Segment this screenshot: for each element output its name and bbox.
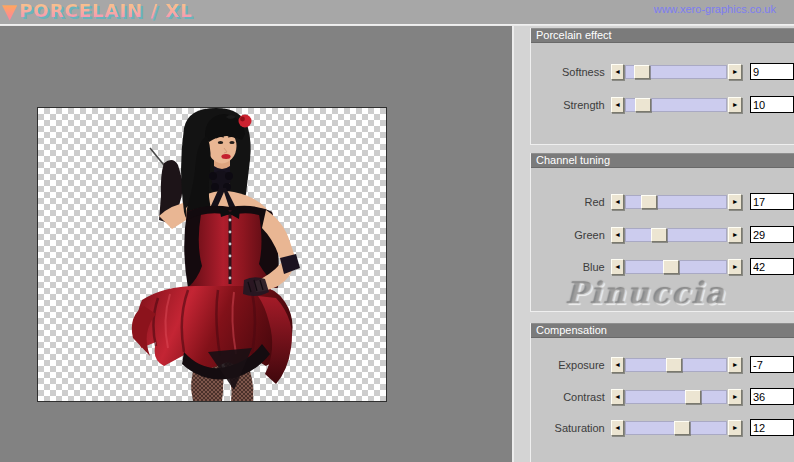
app-title-text: PORCELAIN / XL (19, 0, 192, 21)
green-increment-button[interactable]: ► (728, 227, 742, 243)
blue-slider-thumb[interactable] (663, 260, 679, 274)
exposure-label: Exposure (531, 359, 605, 371)
right-arrow-icon: ► (732, 393, 739, 400)
green-label: Green (531, 229, 605, 241)
slider-row-green: Green ◄ ► (531, 226, 794, 243)
controls-panel: Porcelain effect Softness ◄ ► Strength ◄… (512, 25, 794, 462)
softness-slider-thumb[interactable] (634, 65, 650, 79)
slider-row-softness: Softness ◄ ► (531, 63, 794, 80)
green-decrement-button[interactable]: ◄ (611, 227, 625, 243)
logo-triangle-icon: ▼ (2, 0, 17, 22)
section-compensation-header: Compensation (531, 323, 794, 338)
exposure-slider-track[interactable] (625, 358, 727, 372)
red-increment-button[interactable]: ► (728, 194, 742, 210)
strength-label: Strength (531, 99, 605, 111)
red-slider-thumb[interactable] (641, 195, 657, 209)
left-arrow-icon: ◄ (614, 101, 621, 108)
red-slider-track[interactable] (625, 195, 727, 209)
slider-row-saturation: Saturation ◄ ► (531, 419, 794, 436)
section-channel-tuning: Channel tuning Red ◄ ► Green ◄ ► Blue (530, 153, 794, 312)
blue-value-input[interactable] (750, 258, 794, 275)
preview-image (37, 107, 387, 402)
softness-label: Softness (531, 66, 605, 78)
saturation-label: Saturation (531, 422, 605, 434)
pinup-figure (38, 108, 386, 401)
slider-row-contrast: Contrast ◄ ► (531, 388, 794, 405)
strength-decrement-button[interactable]: ◄ (611, 97, 625, 113)
saturation-value-input[interactable] (750, 419, 794, 436)
left-arrow-icon: ◄ (614, 263, 621, 270)
section-channel-tuning-header: Channel tuning (531, 153, 794, 168)
right-arrow-icon: ► (732, 361, 739, 368)
app-logo: ▼ PORCELAIN / XLPORCELAIN / XL (2, 0, 193, 22)
saturation-decrement-button[interactable]: ◄ (611, 420, 625, 436)
dialog-body: Porcelain effect Softness ◄ ► Strength ◄… (0, 25, 794, 462)
green-slider-thumb[interactable] (651, 228, 667, 242)
right-arrow-icon: ► (732, 198, 739, 205)
contrast-slider-track[interactable] (625, 390, 727, 404)
left-arrow-icon: ◄ (614, 361, 621, 368)
right-arrow-icon: ► (732, 263, 739, 270)
left-arrow-icon: ◄ (614, 198, 621, 205)
strength-value-input[interactable] (750, 96, 794, 113)
contrast-decrement-button[interactable]: ◄ (611, 389, 625, 405)
blue-decrement-button[interactable]: ◄ (611, 259, 625, 275)
porcelain-xl-window: ▼ PORCELAIN / XLPORCELAIN / XL www.xero-… (0, 0, 794, 462)
slider-row-blue: Blue ◄ ► (531, 258, 794, 275)
section-porcelain-effect-header: Porcelain effect (531, 28, 794, 43)
red-label: Red (531, 196, 605, 208)
saturation-slider-track[interactable] (625, 421, 727, 435)
blue-increment-button[interactable]: ► (728, 259, 742, 275)
right-arrow-icon: ► (732, 424, 739, 431)
right-arrow-icon: ► (732, 231, 739, 238)
slider-row-exposure: Exposure ◄ ► (531, 356, 794, 373)
title-bar: ▼ PORCELAIN / XLPORCELAIN / XL www.xero-… (0, 0, 794, 25)
contrast-value-input[interactable] (750, 388, 794, 405)
red-decrement-button[interactable]: ◄ (611, 194, 625, 210)
softness-value-input[interactable] (750, 63, 794, 80)
strength-slider-track[interactable] (625, 98, 727, 112)
contrast-slider-thumb[interactable] (685, 390, 701, 404)
strength-increment-button[interactable]: ► (728, 97, 742, 113)
section-compensation: Compensation Exposure ◄ ► Contrast ◄ ► S… (530, 323, 794, 462)
left-arrow-icon: ◄ (614, 68, 621, 75)
app-title: PORCELAIN / XLPORCELAIN / XL (19, 0, 192, 22)
softness-decrement-button[interactable]: ◄ (611, 64, 625, 80)
strength-slider-thumb[interactable] (635, 98, 651, 112)
blue-slider-track[interactable] (625, 260, 727, 274)
blue-label: Blue (531, 261, 605, 273)
exposure-slider-thumb[interactable] (666, 358, 682, 372)
contrast-label: Contrast (531, 391, 605, 403)
left-arrow-icon: ◄ (614, 424, 621, 431)
right-arrow-icon: ► (732, 101, 739, 108)
right-arrow-icon: ► (732, 68, 739, 75)
slider-row-strength: Strength ◄ ► (531, 96, 794, 113)
green-slider-track[interactable] (625, 228, 727, 242)
exposure-value-input[interactable] (750, 356, 794, 373)
section-porcelain-effect: Porcelain effect Softness ◄ ► Strength ◄… (530, 28, 794, 145)
exposure-decrement-button[interactable]: ◄ (611, 357, 625, 373)
website-link[interactable]: www.xero-graphics.co.uk (654, 3, 776, 15)
softness-slider-track[interactable] (625, 65, 727, 79)
contrast-increment-button[interactable]: ► (728, 389, 742, 405)
saturation-slider-thumb[interactable] (674, 421, 690, 435)
red-value-input[interactable] (750, 193, 794, 210)
left-arrow-icon: ◄ (614, 393, 621, 400)
preview-pane (0, 25, 512, 462)
saturation-increment-button[interactable]: ► (728, 420, 742, 436)
exposure-increment-button[interactable]: ► (728, 357, 742, 373)
softness-increment-button[interactable]: ► (728, 64, 742, 80)
slider-row-red: Red ◄ ► (531, 193, 794, 210)
green-value-input[interactable] (750, 226, 794, 243)
left-arrow-icon: ◄ (614, 231, 621, 238)
